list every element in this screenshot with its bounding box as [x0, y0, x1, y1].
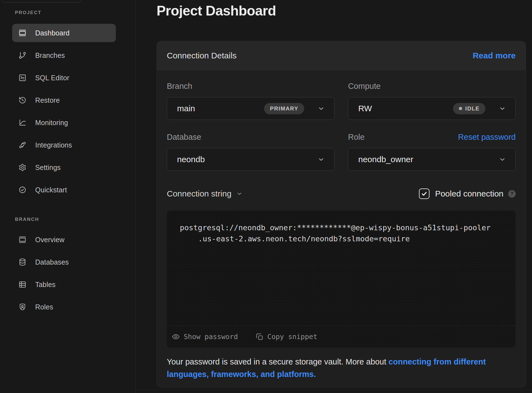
- branches-icon: [18, 51, 27, 60]
- field-grid: Branch main PRIMARY Compute: [167, 81, 516, 171]
- primary-badge: PRIMARY: [264, 103, 304, 114]
- sidebar-item-label: Settings: [35, 164, 61, 172]
- bottom-divider: [136, 390, 532, 390]
- pooled-connection-group: Pooled connection ?: [419, 188, 516, 199]
- copy-snippet-button[interactable]: Copy snippet: [255, 332, 318, 341]
- sidebar-item-dashboard[interactable]: Dashboard: [12, 24, 116, 42]
- sidebar-item-label: Roles: [35, 303, 53, 311]
- compute-value: RW: [358, 104, 372, 113]
- database-value: neondb: [177, 155, 205, 164]
- show-password-button[interactable]: Show password: [172, 332, 238, 341]
- sidebar-item-label: Quickstart: [35, 186, 67, 194]
- idle-badge: IDLE: [453, 103, 485, 114]
- branch-label: Branch: [167, 82, 192, 91]
- branch-select[interactable]: main PRIMARY: [167, 97, 334, 120]
- sidebar-item-branches[interactable]: Branches: [12, 46, 116, 64]
- role-label: Role: [348, 133, 365, 142]
- compute-select[interactable]: RW IDLE: [348, 97, 516, 120]
- code-line-2: .us-east-2.aws.neon.tech/neondb?sslmode=…: [180, 234, 410, 243]
- sidebar-item-label: Overview: [35, 236, 65, 244]
- branch-value: main: [177, 104, 195, 113]
- copy-icon: [255, 332, 264, 341]
- sidebar-item-label: SQL Editor: [35, 74, 69, 82]
- main-content: Project Dashboard Connection Details Rea…: [136, 0, 532, 393]
- chevron-down-icon: [236, 191, 242, 197]
- idle-dot-icon: [459, 107, 462, 110]
- eye-icon: [172, 332, 180, 341]
- chevron-down-icon: [318, 156, 325, 163]
- settings-icon: [18, 163, 27, 172]
- card-header: Connection Details Read more: [157, 41, 526, 70]
- roles-icon: [18, 303, 27, 311]
- role-select[interactable]: neondb_owner: [348, 148, 516, 171]
- sidebar-item-settings[interactable]: Settings: [12, 158, 116, 177]
- page-title: Project Dashboard: [157, 3, 276, 19]
- role-field: Role Reset password neondb_owner: [348, 132, 516, 171]
- sidebar-item-label: Integrations: [35, 141, 72, 149]
- code-toolbar: Show password Copy snippet: [167, 326, 516, 347]
- sidebar-section-project: PROJECT: [15, 10, 135, 15]
- sidebar-item-overview[interactable]: Overview: [12, 231, 116, 249]
- note-link-line1[interactable]: connecting from different: [388, 357, 486, 366]
- sidebar-item-restore[interactable]: Restore: [12, 91, 116, 109]
- sidebar-item-databases[interactable]: Databases: [12, 253, 116, 271]
- databases-icon: [18, 258, 27, 266]
- sidebar-item-monitoring[interactable]: Monitoring: [12, 113, 116, 132]
- pooled-connection-label: Pooled connection: [435, 189, 503, 198]
- role-value: neondb_owner: [358, 155, 413, 164]
- sidebar-section-branch: BRANCH: [15, 217, 135, 222]
- sidebar-item-quickstart[interactable]: Quickstart: [12, 181, 116, 199]
- database-field: Database neondb: [167, 132, 334, 171]
- project-selector-partial[interactable]: [2, 0, 81, 3]
- compute-field: Compute RW IDLE: [348, 81, 516, 120]
- note-link-line2[interactable]: languages, frameworks, and platforms.: [167, 370, 316, 379]
- sidebar-item-roles[interactable]: Roles: [12, 298, 116, 316]
- read-more-link[interactable]: Read more: [473, 51, 516, 60]
- chevron-down-icon: [499, 105, 506, 112]
- branch-field: Branch main PRIMARY: [167, 81, 334, 120]
- chevron-down-icon: [318, 105, 325, 112]
- chevron-down-icon: [499, 156, 506, 163]
- card-title: Connection Details: [167, 51, 237, 60]
- connection-string-row: Connection string Pooled connection ?: [167, 188, 516, 199]
- sidebar-item-label: Tables: [35, 281, 55, 289]
- sidebar-item-sql-editor[interactable]: SQL Editor: [12, 69, 116, 87]
- card-body: Branch main PRIMARY Compute: [157, 70, 526, 381]
- connection-string-label: Connection string: [167, 189, 231, 198]
- compute-label: Compute: [348, 82, 381, 91]
- sidebar-item-label: Databases: [35, 258, 69, 266]
- sidebar-item-label: Monitoring: [35, 119, 68, 127]
- code-line-1: postgresql://neondb_owner:************@e…: [180, 223, 491, 232]
- password-vault-note: Your password is saved in a secure stora…: [167, 356, 516, 381]
- connection-string-dropdown[interactable]: Connection string: [167, 189, 242, 198]
- integrations-icon: [18, 141, 27, 149]
- help-icon[interactable]: ?: [508, 190, 516, 198]
- dashboard-icon: [18, 29, 27, 37]
- connection-string-value: postgresql://neondb_owner:************@e…: [167, 211, 516, 244]
- connection-details-card: Connection Details Read more Branch main…: [157, 41, 526, 387]
- tables-icon: [18, 280, 27, 289]
- connection-string-code-block: postgresql://neondb_owner:************@e…: [167, 211, 516, 347]
- overview-icon: [18, 236, 27, 244]
- database-label: Database: [167, 133, 201, 142]
- sidebar-item-label: Dashboard: [35, 29, 70, 37]
- database-select[interactable]: neondb: [167, 148, 334, 171]
- sidebar-item-label: Restore: [35, 96, 60, 104]
- note-text: Your password is saved in a secure stora…: [167, 357, 388, 366]
- sidebar: PROJECT Dashboard Branches SQL Editor Re…: [0, 0, 136, 393]
- sql-editor-icon: [18, 74, 27, 82]
- monitoring-icon: [18, 118, 27, 127]
- reset-password-link[interactable]: Reset password: [458, 133, 516, 142]
- restore-icon: [18, 96, 27, 104]
- sidebar-item-integrations[interactable]: Integrations: [12, 136, 116, 154]
- quickstart-icon: [18, 186, 27, 194]
- pooled-connection-checkbox[interactable]: [419, 188, 429, 199]
- sidebar-item-label: Branches: [35, 51, 65, 60]
- sidebar-item-tables[interactable]: Tables: [12, 275, 116, 294]
